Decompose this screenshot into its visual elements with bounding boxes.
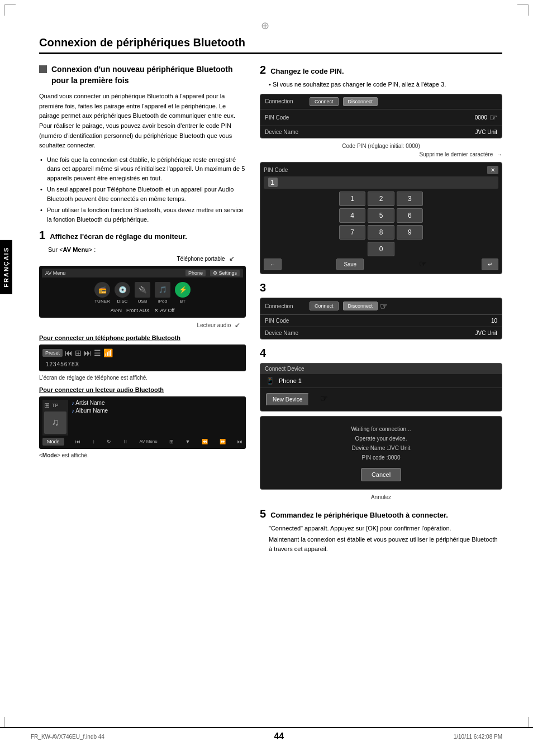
page-title: Connexion de périphériques Bluetooth [39, 36, 502, 54]
waiting-line2: Operate your device. [266, 434, 496, 443]
key-9[interactable]: 9 [397, 225, 423, 240]
section-title: Connexion d'un nouveau périphérique Blue… [51, 64, 246, 86]
key-1[interactable]: 1 [339, 192, 365, 206]
conn-row-connection: Connection Connect Disconnect [260, 94, 502, 109]
disc-icon-item[interactable]: 💿 DISC [115, 282, 130, 304]
mode-button[interactable]: Mode [42, 438, 64, 446]
connect-button-3[interactable]: Connect [310, 302, 339, 310]
finger-icon-1: ☞ [489, 112, 497, 123]
delete-caption: Supprime le dernier caractère → [260, 151, 502, 157]
repeat-icon[interactable]: ↻ [107, 439, 111, 444]
step5-title: Commandez le périphérique Bluetooth à co… [270, 511, 448, 519]
step5-row: 5 Commandez le périphérique Bluetooth à … [260, 508, 502, 519]
artist-name: Artist Name [75, 400, 104, 406]
shuffle-icon[interactable]: ↕ [92, 439, 95, 444]
section-box-icon [39, 65, 47, 73]
prev-btn[interactable]: ⏮ [75, 439, 80, 444]
ffwd-icon[interactable]: ⏭ [237, 439, 242, 444]
pin-back-button[interactable]: ← [264, 259, 282, 270]
av-in-item[interactable]: AV-N [111, 308, 122, 313]
settings-tab[interactable]: ⚙ Settings [210, 270, 240, 276]
conn-label: Connection [265, 98, 310, 104]
bullet-item-3: Pour utiliser la fonction fonction Bluet… [39, 205, 246, 224]
right-column: 2 Changez le code PIN. • Si vous ne souh… [260, 64, 502, 553]
sub2-caption: <Mode> est affiché. [39, 452, 246, 458]
down-arrow-icon[interactable]: ▼ [185, 439, 190, 444]
preset-number: 12345678X [46, 361, 79, 367]
phone-tab[interactable]: Phone [185, 270, 206, 276]
conn3-buttons: Connect Disconnect [310, 302, 378, 310]
key-4[interactable]: 4 [339, 208, 365, 223]
cancel-button[interactable]: Cancel [361, 468, 401, 481]
reg-mark-br [517, 717, 529, 728]
key-8[interactable]: 8 [368, 225, 394, 240]
pin-enter-button[interactable]: ↵ [482, 259, 498, 270]
conn3-row-device: Device Name JVC Unit [260, 327, 502, 339]
connect-button[interactable]: Connect [310, 97, 339, 106]
crosshair-top [261, 20, 272, 31]
page-footer: FR_KW-AVX746EU_f.indb 44 44 1/10/11 6:42… [0, 727, 533, 745]
key-5[interactable]: 5 [368, 208, 394, 223]
step4-number: 4 [260, 347, 266, 358]
main-content: Connexion de périphériques Bluetooth Con… [39, 36, 502, 553]
key-6[interactable]: 6 [397, 208, 423, 223]
audio-screen-inner: ⊞ TP ♫ [42, 400, 68, 436]
preset-button[interactable]: Preset [42, 349, 63, 357]
two-column-layout: Connexion d'un nouveau périphérique Blue… [39, 64, 502, 553]
usb-icon: 🔌 [135, 282, 150, 298]
pin-code-header-label: PIN Code [264, 167, 288, 173]
mode-caption: Mode [42, 452, 57, 458]
save-button[interactable]: Save [336, 259, 364, 270]
finger-icon-2: ☞ [419, 259, 427, 270]
av-menu-btn[interactable]: AV Menu [139, 439, 157, 444]
backspace-icon[interactable]: ✕ [487, 166, 498, 174]
step2-note-text: Si vous ne souhaitez pas changer le code… [273, 81, 446, 88]
ipod-icon-item[interactable]: 🎵 iPod [155, 282, 170, 304]
key-0[interactable]: 0 [368, 242, 394, 256]
conn3-row-pin: PIN Code 10 [260, 315, 502, 327]
pin-code-label: PIN Code [265, 114, 310, 121]
page-container: FRANÇAIS Connexion de périphériques Blue… [0, 0, 533, 756]
preset-bar: Preset ⏮ ⊞ ⏭ ☰ 📶 [42, 347, 242, 359]
bt-radio-icon[interactable]: 📶 [103, 348, 113, 357]
key-2[interactable]: 2 [368, 192, 394, 206]
av-off-item[interactable]: ✕ AV Off [154, 308, 175, 313]
grid-icon: ⊞ [44, 401, 50, 409]
connect-device-header: Connect Device [260, 363, 502, 374]
phone1-item[interactable]: 📱 Phone 1 [260, 374, 502, 388]
audio-top: ⊞ TP ♫ ♪ Artist Name ♪ Album Name [42, 400, 242, 436]
disconnect-button-3[interactable]: Disconnect [343, 302, 378, 310]
pin-value: 0000 [310, 114, 487, 121]
key-3[interactable]: 3 [397, 192, 423, 206]
waiting-text: Waiting for connection... Operate your d… [266, 424, 496, 462]
tuner-icon-item[interactable]: 📻 TUNER [94, 282, 110, 304]
bt-label: BT [180, 299, 185, 304]
reg-mark-tr [517, 4, 529, 16]
key-7[interactable]: 7 [339, 225, 365, 240]
tp-label: TP [52, 403, 59, 408]
phone-label: Téléphone portable ↙ [39, 255, 235, 262]
phone1-label: Phone 1 [279, 377, 302, 384]
ipod-label: iPod [158, 299, 167, 304]
eq-icon[interactable]: ⊞ [75, 348, 82, 357]
step2-number: 2 [260, 64, 266, 75]
bt-icon-item[interactable]: ⚡ BT [175, 282, 191, 304]
front-aux-item[interactable]: Front AUX [126, 308, 150, 313]
usb-icon-item[interactable]: 🔌 USB [135, 282, 150, 304]
av-menu-label: AV Menu [45, 270, 65, 276]
pin-bottom: ← Save ☞ ↵ [264, 259, 498, 270]
prev-track-icon[interactable]: ⏮ [65, 348, 73, 357]
rew-icon[interactable]: ⏪ [202, 439, 208, 444]
section-heading: Connexion d'un nouveau périphérique Blue… [39, 64, 246, 86]
left-column: Connexion d'un nouveau périphérique Blue… [39, 64, 246, 553]
eq-btn[interactable]: ⊞ [169, 439, 174, 444]
disconnect-button[interactable]: Disconnect [343, 97, 378, 106]
audio-controls: Mode ⏮ ↕ ↻ ⏸ AV Menu ⊞ ▼ ⏪ ⏩ ⏭ [42, 438, 242, 446]
body-intro: Quand vous connecter un périphérique Blu… [39, 92, 246, 151]
pin-display: 1 [264, 176, 498, 189]
next-track-icon[interactable]: ⏭ [84, 348, 92, 357]
menu-icon[interactable]: ☰ [94, 348, 101, 357]
new-device-button[interactable]: New Device [266, 393, 309, 406]
pause-icon[interactable]: ⏸ [123, 439, 128, 444]
fwd-icon[interactable]: ⏩ [220, 439, 226, 444]
